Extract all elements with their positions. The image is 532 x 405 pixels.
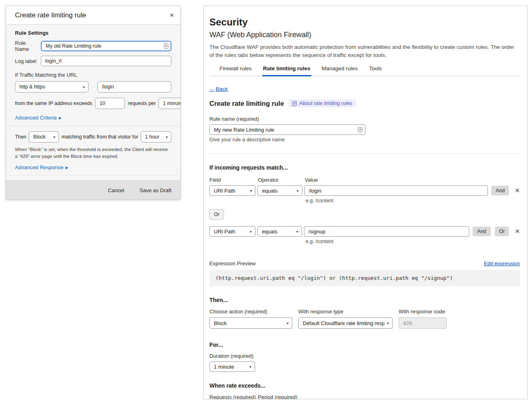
log-label-label: Log label (15, 58, 41, 64)
divider (6, 176, 180, 176)
page-description: The Cloudflare WAF provides both automat… (209, 43, 520, 59)
requests-per-text: requests per (128, 101, 156, 106)
traffic-match-label: If Traffic Matching the URL (15, 72, 171, 78)
tab-tools[interactable]: Tools (368, 65, 383, 76)
duration-select[interactable]: 1 minute ▾ (209, 361, 255, 372)
chevron-down-icon: ▾ (249, 365, 251, 369)
page-title: Security (209, 17, 520, 28)
save-as-draft-button[interactable]: Save as Draft (139, 187, 171, 193)
condition-row: URI Path ▾ equals ▾ And Or ✕ (209, 226, 520, 237)
ban-duration-select[interactable]: 1 hour ▾ (141, 131, 171, 143)
tab-firewall-rules[interactable]: Firewall rules (219, 65, 253, 76)
then-label: Then (15, 134, 26, 140)
choose-action-label: Choose action (required) (209, 308, 292, 315)
response-code-input (399, 317, 447, 329)
remove-condition-icon[interactable]: ✕ (515, 187, 520, 194)
operator-select[interactable]: equals ▾ (258, 226, 302, 237)
edit-expression-link[interactable]: Edit expression (484, 260, 520, 267)
matching-text: matching traffic from that visitor for (61, 134, 138, 140)
field-column-label: Field (209, 177, 258, 183)
rule-name-label: Rule name (required) (209, 116, 520, 122)
cancel-button[interactable]: Cancel (108, 187, 124, 193)
chevron-down-icon: ▾ (287, 321, 289, 325)
create-rate-limit-dialog: Create rate limiting rule × Rule Setting… (6, 6, 181, 200)
field-select[interactable]: URI Path ▾ (209, 185, 255, 196)
rule-name-help: Give your rule a descriptive name (209, 137, 520, 143)
chevron-down-icon: ▾ (166, 135, 168, 139)
and-button[interactable]: And (473, 227, 490, 236)
dialog-title: Create rate limiting rule (15, 11, 170, 19)
period-label: Period (required) (258, 394, 298, 399)
dialog-body: Rule Settings Rule Name Log label If Tra… (6, 25, 180, 188)
page-subtitle: WAF (Web Application Firewall) (209, 31, 520, 39)
value-hint: e.g. /content (306, 198, 520, 204)
operator-column-label: Operator (258, 177, 305, 183)
for-heading: For... (209, 342, 520, 348)
doc-icon (292, 101, 297, 106)
chevron-down-icon: ▾ (53, 135, 55, 139)
autofill-icon[interactable] (358, 127, 363, 132)
advanced-criteria-link[interactable]: Advanced Criteria ▶ (15, 115, 61, 121)
tab-rate-limiting-rules[interactable]: Rate limiting rules (262, 65, 311, 76)
form-title: Create rate limiting rule (209, 100, 284, 107)
caret-right-icon: ▶ (65, 166, 68, 170)
value-input[interactable] (304, 185, 488, 196)
chevron-down-icon: ▾ (83, 85, 85, 89)
rule-settings-heading: Rule Settings (15, 30, 171, 36)
value-column-label: Value (305, 177, 318, 183)
chevron-down-icon: ▾ (387, 321, 389, 325)
exceeds-text: from the same IP address exceeds (15, 101, 92, 106)
rule-name-input[interactable] (209, 124, 365, 135)
rate-heading: When rate exceeds... (209, 382, 520, 389)
chevron-down-icon: ▾ (250, 229, 252, 234)
close-icon[interactable]: × (170, 12, 174, 19)
rule-name-label: Rule Name (15, 40, 41, 52)
chevron-down-icon: ▾ (250, 189, 252, 193)
requests-threshold-input[interactable] (95, 98, 125, 109)
or-connector-button[interactable]: Or (209, 209, 224, 220)
duration-label: Duration (required) (209, 353, 520, 359)
then-heading: Then... (209, 297, 520, 303)
remove-condition-icon[interactable]: ✕ (515, 228, 520, 235)
scheme-select[interactable]: http & https ▾ (15, 81, 89, 92)
operator-select[interactable]: equals ▾ (258, 185, 302, 196)
caret-right-icon: ▶ (59, 116, 61, 120)
field-select[interactable]: URI Path ▾ (209, 226, 255, 237)
back-link[interactable]: ← Back (209, 86, 228, 92)
log-label-input[interactable] (41, 56, 171, 66)
expression-preview-label: Expression Preview (209, 260, 255, 267)
divider (6, 126, 180, 126)
autofill-icon[interactable] (164, 43, 169, 49)
response-code-label: With response code (399, 308, 447, 315)
url-pattern-input[interactable] (97, 81, 171, 92)
rule-name-input[interactable] (41, 41, 171, 51)
about-rate-limiting-badge[interactable]: About rate limiting rules (289, 99, 356, 107)
value-input[interactable] (304, 226, 469, 237)
match-heading: If incoming requests match... (209, 164, 520, 171)
action-select[interactable]: Block ▾ (29, 131, 59, 143)
or-button[interactable]: Or (495, 227, 509, 236)
value-hint: e.g. /content (306, 239, 520, 244)
tab-managed-rules[interactable]: Managed rules (321, 65, 359, 76)
dialog-footer: Cancel Save as Draft (6, 180, 180, 199)
condition-row: URI Path ▾ equals ▾ And ✕ (209, 185, 520, 196)
divider (209, 153, 520, 154)
choose-action-select[interactable]: Block ▾ (209, 317, 292, 329)
dialog-header: Create rate limiting rule × (6, 6, 180, 25)
chevron-down-icon: ▾ (296, 229, 298, 234)
response-type-label: With response type (298, 308, 393, 315)
period-select[interactable]: 1 minute ▾ (158, 98, 181, 109)
expression-code: (http.request.uri.path eq "/login") or (… (209, 270, 520, 286)
and-button[interactable]: And (491, 186, 509, 195)
back-arrow-icon: ← (209, 86, 215, 92)
security-waf-panel: Security WAF (Web Application Firewall) … (203, 6, 528, 399)
requests-label: Requests (required) (209, 394, 258, 399)
response-type-select[interactable]: Default Cloudflare rate limiting respons… (298, 317, 393, 329)
tab-bar: Firewall rules Rate limiting rules Manag… (209, 65, 520, 76)
advanced-response-link[interactable]: Advanced Response ▶ (15, 164, 68, 170)
chevron-down-icon: ▾ (297, 189, 299, 193)
block-help-text: When “Block” is set, when the threshold … (15, 146, 171, 160)
